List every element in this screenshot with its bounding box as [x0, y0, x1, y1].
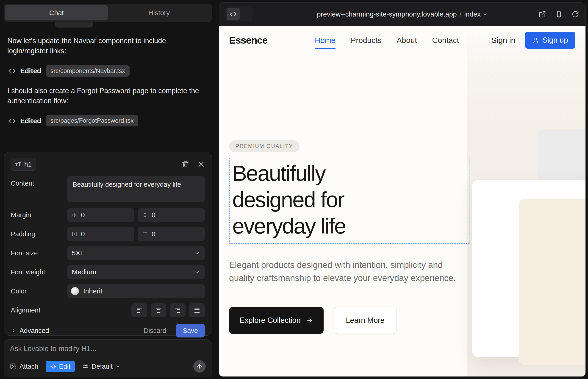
- font-weight-value: Medium: [72, 268, 96, 276]
- margin-vertical-icon: [142, 212, 148, 218]
- learn-more-button[interactable]: Learn More: [334, 307, 397, 334]
- attach-button[interactable]: Attach: [10, 363, 38, 370]
- nav-link-home[interactable]: Home: [315, 36, 336, 45]
- explore-collection-button[interactable]: Explore Collection: [229, 307, 324, 334]
- margin-label: Margin: [11, 211, 67, 219]
- hero-section: PREMIUM QUALITY Beautifully designed for…: [219, 54, 586, 334]
- preview-topbar: preview--charming-site-symphony.lovable.…: [219, 2, 586, 26]
- align-left-button[interactable]: [131, 303, 147, 317]
- font-size-select[interactable]: 5XL: [67, 246, 205, 260]
- target-icon: [50, 363, 56, 369]
- edit-mode-button[interactable]: Edit: [46, 361, 75, 372]
- align-right-button[interactable]: [170, 303, 186, 317]
- headline-line: everyday life: [232, 213, 465, 239]
- code-icon: [9, 117, 15, 124]
- close-icon[interactable]: [198, 161, 205, 168]
- edited-label: Edited: [20, 67, 41, 75]
- content-field-row: Content Beautifully designed for everyda…: [11, 176, 205, 203]
- advanced-toggle[interactable]: Advanced: [11, 327, 49, 334]
- chat-message: Now let's update the Navbar component to…: [7, 36, 200, 56]
- element-tag-pill[interactable]: тT h1: [11, 158, 36, 171]
- sign-in-link[interactable]: Sign in: [492, 36, 515, 45]
- element-tag-label: h1: [24, 161, 32, 168]
- chat-messages: Now let's update the Navbar component to…: [7, 36, 211, 136]
- chevron-down-icon: [194, 250, 200, 256]
- headline-line: Beautifully: [232, 160, 465, 187]
- padding-x-value: 0: [81, 230, 85, 238]
- padding-label: Padding: [11, 230, 67, 238]
- site-logo[interactable]: Essence: [229, 35, 268, 46]
- open-external-icon[interactable]: [539, 11, 546, 18]
- preview-frame: preview--charming-site-symphony.lovable.…: [219, 2, 586, 377]
- code-icon: [227, 8, 240, 20]
- chevron-down-icon: [194, 269, 200, 275]
- font-weight-select[interactable]: Medium: [67, 265, 205, 279]
- padding-horizontal-icon: [71, 231, 77, 237]
- align-justify-button[interactable]: [189, 303, 205, 317]
- selected-h1-outline[interactable]: Beautifully designed for everyday life: [229, 158, 469, 244]
- tab-history[interactable]: History: [108, 5, 210, 20]
- headline-line: designed for: [232, 187, 465, 213]
- chat-message: I should also create a Forgot Password p…: [7, 86, 200, 106]
- edited-label: Edited: [20, 117, 41, 125]
- mobile-view-icon[interactable]: [555, 11, 563, 18]
- arrow-right-icon: [306, 317, 313, 324]
- edited-file-row[interactable]: Edited src/pages/ForgotPassword.tsx: [9, 115, 211, 126]
- image-icon: [10, 363, 17, 370]
- chat-history-tabbar: Chat History: [4, 4, 212, 22]
- file-path-badge[interactable]: src/pages/ForgotPassword.tsx: [46, 115, 138, 126]
- model-default-selector[interactable]: Default: [82, 363, 120, 370]
- color-select[interactable]: Inherit: [67, 284, 205, 298]
- default-label: Default: [92, 363, 113, 370]
- hero-cta-row: Explore Collection Learn More: [229, 307, 575, 334]
- margin-x-value: 0: [81, 211, 85, 219]
- alignment-field-row: Alignment: [11, 303, 205, 317]
- margin-y-input[interactable]: 0: [138, 208, 205, 222]
- padding-y-input[interactable]: 0: [138, 227, 205, 241]
- padding-y-value: 0: [152, 230, 155, 238]
- preview-url[interactable]: preview--charming-site-symphony.lovable.…: [317, 10, 457, 18]
- font-size-value: 5XL: [72, 249, 84, 257]
- composer-toolbar: Attach Edit Default: [10, 360, 206, 373]
- user-icon: [532, 37, 539, 44]
- url-bar: preview--charming-site-symphony.lovable.…: [219, 2, 586, 26]
- font-size-label: Font size: [11, 249, 67, 257]
- margin-x-input[interactable]: 0: [67, 208, 134, 222]
- attach-label: Attach: [19, 363, 38, 370]
- tab-chat[interactable]: Chat: [5, 5, 108, 20]
- chat-panel: Chat History Now let's update the Navbar…: [0, 0, 218, 379]
- padding-x-input[interactable]: 0: [67, 227, 134, 241]
- discard-button[interactable]: Discard: [144, 327, 166, 334]
- margin-y-value: 0: [152, 211, 155, 219]
- edited-file-row[interactable]: Edited src/components/Navbar.tsx: [9, 65, 211, 77]
- nav-link-about[interactable]: About: [397, 36, 417, 45]
- delete-element-button[interactable]: [181, 160, 189, 168]
- nav-link-products[interactable]: Products: [351, 36, 381, 45]
- site-navbar: Essence Home Products About Contact Sign…: [219, 26, 586, 54]
- chevron-right-icon: [11, 328, 16, 333]
- chevron-down-icon: [482, 12, 488, 17]
- sign-up-label: Sign up: [542, 36, 568, 45]
- file-path-badge[interactable]: src/components/Navbar.tsx: [46, 65, 130, 77]
- advanced-label: Advanced: [19, 327, 49, 334]
- edit-label: Edit: [59, 363, 70, 370]
- save-button[interactable]: Save: [176, 324, 205, 337]
- composer-input[interactable]: [10, 345, 206, 353]
- sliders-icon: [82, 363, 89, 370]
- route-selector[interactable]: index: [464, 10, 488, 18]
- alignment-label: Alignment: [11, 306, 67, 314]
- refresh-icon[interactable]: [572, 11, 579, 18]
- nav-link-contact[interactable]: Contact: [432, 36, 459, 45]
- url-separator: /: [460, 10, 461, 18]
- font-weight-label: Font weight: [11, 268, 67, 276]
- site-preview: Essence Home Products About Contact Sign…: [219, 26, 586, 377]
- send-button[interactable]: [193, 360, 206, 373]
- chat-composer: Attach Edit Default: [4, 339, 212, 377]
- hero-headline: Beautifully designed for everyday life: [232, 160, 465, 239]
- code-toggle-button[interactable]: [225, 7, 252, 21]
- color-value: Inherit: [83, 287, 102, 295]
- sign-up-button[interactable]: Sign up: [525, 32, 575, 49]
- content-input[interactable]: Beautifully designed for everyday life: [67, 176, 205, 202]
- align-center-button[interactable]: [151, 303, 166, 317]
- content-label: Content: [11, 176, 67, 187]
